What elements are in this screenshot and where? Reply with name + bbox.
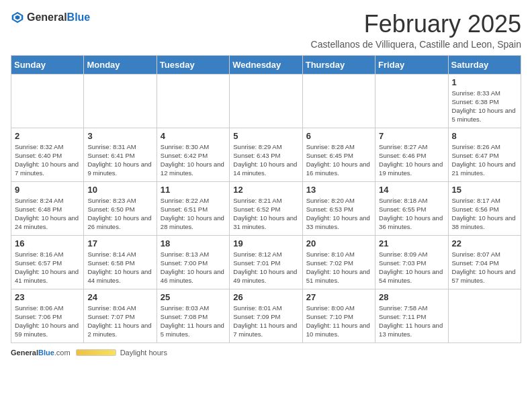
calendar-header-tuesday: Tuesday (157, 55, 229, 74)
logo-icon (11, 11, 24, 24)
calendar-header-friday: Friday (375, 55, 448, 74)
logo-blue: Blue (67, 11, 91, 23)
calendar-cell: 26Sunrise: 8:01 AM Sunset: 7:09 PM Dayli… (230, 289, 302, 342)
calendar-cell: 16Sunrise: 8:16 AM Sunset: 6:57 PM Dayli… (11, 235, 84, 289)
calendar-cell: 3Sunrise: 8:31 AM Sunset: 6:41 PM Daylig… (84, 128, 157, 181)
day-number: 18 (161, 238, 226, 248)
day-info: Sunrise: 8:23 AM Sunset: 6:50 PM Dayligh… (87, 196, 152, 232)
logo-general: General (27, 11, 67, 23)
day-info: Sunrise: 8:30 AM Sunset: 6:42 PM Dayligh… (161, 142, 226, 178)
calendar-week-row: 2Sunrise: 8:32 AM Sunset: 6:40 PM Daylig… (11, 128, 521, 181)
calendar-cell (230, 74, 302, 128)
day-info: Sunrise: 8:32 AM Sunset: 6:40 PM Dayligh… (15, 142, 80, 178)
day-number: 4 (161, 131, 226, 141)
calendar-cell: 23Sunrise: 8:06 AM Sunset: 7:06 PM Dayli… (11, 289, 84, 342)
day-number: 15 (452, 185, 517, 195)
calendar-cell: 11Sunrise: 8:22 AM Sunset: 6:51 PM Dayli… (157, 181, 229, 235)
calendar-cell (375, 74, 448, 128)
calendar-week-row: 23Sunrise: 8:06 AM Sunset: 7:06 PM Dayli… (11, 289, 521, 342)
day-number: 13 (306, 185, 371, 195)
day-number: 12 (233, 185, 298, 195)
day-info: Sunrise: 8:22 AM Sunset: 6:51 PM Dayligh… (161, 196, 226, 232)
day-info: Sunrise: 8:06 AM Sunset: 7:06 PM Dayligh… (15, 304, 80, 339)
day-number: 20 (306, 238, 371, 248)
calendar-cell: 15Sunrise: 8:17 AM Sunset: 6:56 PM Dayli… (448, 181, 521, 235)
calendar-header-saturday: Saturday (448, 55, 521, 74)
day-info: Sunrise: 7:58 AM Sunset: 7:11 PM Dayligh… (379, 304, 444, 339)
day-info: Sunrise: 8:21 AM Sunset: 6:52 PM Dayligh… (233, 196, 298, 232)
calendar-cell: 10Sunrise: 8:23 AM Sunset: 6:50 PM Dayli… (84, 181, 157, 235)
calendar-cell: 27Sunrise: 8:00 AM Sunset: 7:10 PM Dayli… (302, 289, 375, 342)
calendar-cell: 5Sunrise: 8:29 AM Sunset: 6:43 PM Daylig… (230, 128, 302, 181)
day-number: 5 (233, 131, 298, 141)
day-number: 19 (233, 238, 298, 248)
day-info: Sunrise: 8:14 AM Sunset: 6:58 PM Dayligh… (87, 250, 152, 285)
footer: GeneralBlue.com Daylight hours (11, 349, 521, 357)
day-number: 21 (379, 238, 444, 248)
calendar-cell: 9Sunrise: 8:24 AM Sunset: 6:48 PM Daylig… (11, 181, 84, 235)
header: GeneralBlue February 2025 Castellanos de… (11, 11, 521, 50)
calendar-cell: 18Sunrise: 8:13 AM Sunset: 7:00 PM Dayli… (157, 235, 229, 289)
day-info: Sunrise: 8:18 AM Sunset: 6:55 PM Dayligh… (379, 196, 444, 232)
day-number: 28 (379, 292, 444, 302)
day-number: 10 (87, 185, 152, 195)
day-number: 8 (452, 131, 517, 141)
day-number: 26 (233, 292, 298, 302)
logo: GeneralBlue (11, 11, 90, 24)
day-number: 14 (379, 185, 444, 195)
calendar-header-row: SundayMondayTuesdayWednesdayThursdayFrid… (11, 55, 521, 74)
calendar-cell: 20Sunrise: 8:10 AM Sunset: 7:02 PM Dayli… (302, 235, 375, 289)
day-info: Sunrise: 8:13 AM Sunset: 7:00 PM Dayligh… (161, 250, 226, 285)
day-info: Sunrise: 8:17 AM Sunset: 6:56 PM Dayligh… (452, 196, 517, 232)
day-number: 24 (87, 292, 152, 302)
calendar-table: SundayMondayTuesdayWednesdayThursdayFrid… (11, 55, 521, 343)
calendar-cell: 2Sunrise: 8:32 AM Sunset: 6:40 PM Daylig… (11, 128, 84, 181)
calendar-header-thursday: Thursday (302, 55, 375, 74)
day-number: 23 (15, 292, 80, 302)
day-info: Sunrise: 8:29 AM Sunset: 6:43 PM Dayligh… (233, 142, 298, 178)
day-number: 11 (161, 185, 226, 195)
day-info: Sunrise: 8:28 AM Sunset: 6:45 PM Dayligh… (306, 142, 371, 178)
calendar-cell: 14Sunrise: 8:18 AM Sunset: 6:55 PM Dayli… (375, 181, 448, 235)
day-number: 1 (452, 77, 517, 87)
calendar-cell: 8Sunrise: 8:26 AM Sunset: 6:47 PM Daylig… (448, 128, 521, 181)
calendar-cell (11, 74, 84, 128)
day-info: Sunrise: 8:01 AM Sunset: 7:09 PM Dayligh… (233, 304, 298, 339)
day-number: 3 (87, 131, 152, 141)
footer-logo: GeneralBlue.com (11, 349, 71, 357)
day-number: 27 (306, 292, 371, 302)
day-number: 2 (15, 131, 80, 141)
calendar-header-wednesday: Wednesday (230, 55, 302, 74)
day-info: Sunrise: 8:10 AM Sunset: 7:02 PM Dayligh… (306, 250, 371, 285)
day-info: Sunrise: 8:33 AM Sunset: 6:38 PM Dayligh… (452, 89, 517, 124)
day-number: 25 (161, 292, 226, 302)
calendar-cell: 25Sunrise: 8:03 AM Sunset: 7:08 PM Dayli… (157, 289, 229, 342)
day-number: 6 (306, 131, 371, 141)
day-number: 17 (87, 238, 152, 248)
calendar-cell: 13Sunrise: 8:20 AM Sunset: 6:53 PM Dayli… (302, 181, 375, 235)
day-info: Sunrise: 8:07 AM Sunset: 7:04 PM Dayligh… (452, 250, 517, 285)
day-number: 22 (452, 238, 517, 248)
day-info: Sunrise: 8:24 AM Sunset: 6:48 PM Dayligh… (15, 196, 80, 232)
daylight-legend: Daylight hours (76, 349, 167, 357)
day-info: Sunrise: 8:04 AM Sunset: 7:07 PM Dayligh… (87, 304, 152, 339)
day-number: 16 (15, 238, 80, 248)
calendar-cell: 6Sunrise: 8:28 AM Sunset: 6:45 PM Daylig… (302, 128, 375, 181)
daylight-label: Daylight hours (120, 349, 167, 357)
calendar-cell: 22Sunrise: 8:07 AM Sunset: 7:04 PM Dayli… (448, 235, 521, 289)
calendar-cell (448, 289, 521, 342)
title-block: February 2025 Castellanos de Villiquera,… (311, 11, 521, 50)
day-info: Sunrise: 8:03 AM Sunset: 7:08 PM Dayligh… (161, 304, 226, 339)
day-info: Sunrise: 8:20 AM Sunset: 6:53 PM Dayligh… (306, 196, 371, 232)
calendar-cell: 17Sunrise: 8:14 AM Sunset: 6:58 PM Dayli… (84, 235, 157, 289)
calendar-cell: 24Sunrise: 8:04 AM Sunset: 7:07 PM Dayli… (84, 289, 157, 342)
day-info: Sunrise: 8:12 AM Sunset: 7:01 PM Dayligh… (233, 250, 298, 285)
day-number: 9 (15, 185, 80, 195)
calendar-cell: 7Sunrise: 8:27 AM Sunset: 6:46 PM Daylig… (375, 128, 448, 181)
daylight-bar (76, 349, 116, 356)
calendar-header-sunday: Sunday (11, 55, 84, 74)
calendar-cell: 21Sunrise: 8:09 AM Sunset: 7:03 PM Dayli… (375, 235, 448, 289)
day-info: Sunrise: 8:16 AM Sunset: 6:57 PM Dayligh… (15, 250, 80, 285)
day-number: 7 (379, 131, 444, 141)
calendar-cell: 28Sunrise: 7:58 AM Sunset: 7:11 PM Dayli… (375, 289, 448, 342)
